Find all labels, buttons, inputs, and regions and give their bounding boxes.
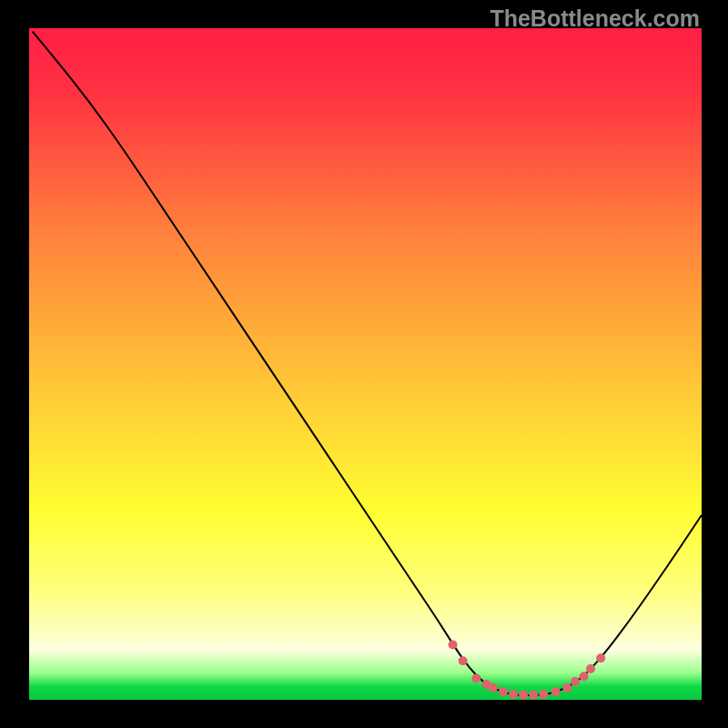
optimum-dot xyxy=(571,677,580,686)
gradient-background xyxy=(29,28,702,700)
optimum-dot xyxy=(449,640,458,649)
optimum-dot xyxy=(509,690,518,699)
chart-frame: TheBottleneck.com xyxy=(0,0,728,728)
optimum-dot xyxy=(471,673,480,682)
plot-area xyxy=(29,28,702,700)
optimum-dot xyxy=(580,672,589,681)
optimum-dot xyxy=(551,687,561,696)
optimum-dot xyxy=(539,690,548,699)
optimum-dot xyxy=(529,691,538,700)
optimum-dot xyxy=(562,683,571,693)
watermark-text: TheBottleneck.com xyxy=(490,5,700,32)
optimum-dot xyxy=(499,687,508,696)
optimum-dot xyxy=(586,664,595,673)
optimum-dot xyxy=(519,691,528,700)
optimum-dot xyxy=(459,656,468,665)
optimum-dot xyxy=(489,683,498,693)
optimum-dot xyxy=(596,653,605,662)
